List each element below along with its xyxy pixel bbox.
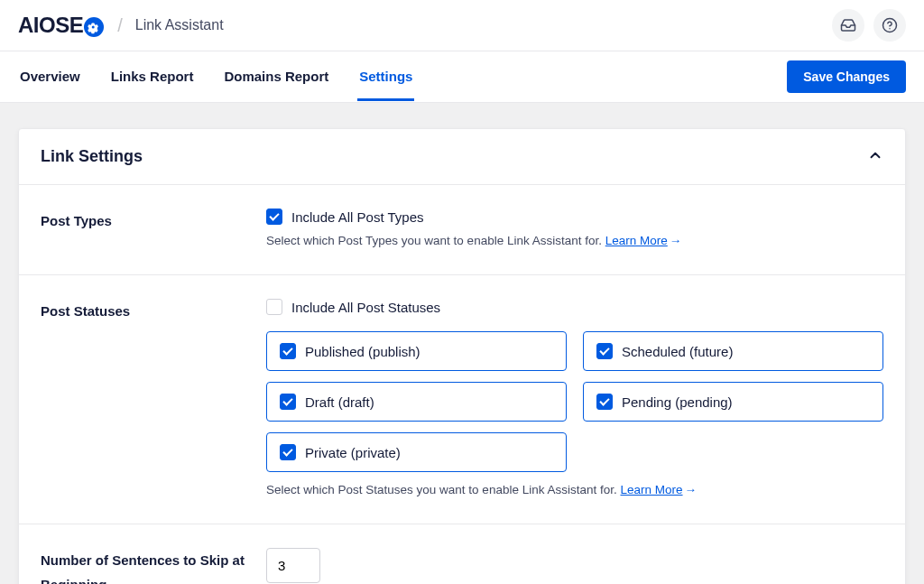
sentences-skip-label: Number of Sentences to Skip at Beginning [41, 548, 248, 584]
status-scheduled[interactable]: Scheduled (future) [583, 331, 883, 371]
section-post-statuses: Post Statuses Include All Post Statuses … [19, 275, 905, 524]
post-types-label: Post Types [41, 209, 248, 247]
topbar: AIOSE / Link Assistant [0, 0, 924, 51]
status-scheduled-checkbox[interactable] [596, 343, 613, 359]
include-all-post-statuses-label: Include All Post Statuses [291, 300, 440, 315]
section-sentences-skip: Number of Sentences to Skip at Beginning… [19, 524, 905, 584]
logo-text-dark: AIOSE [18, 13, 83, 38]
status-private-label: Private (private) [305, 445, 401, 460]
post-types-help: Select which Post Types you want to enab… [266, 234, 883, 247]
topbar-right [832, 9, 906, 42]
card-title: Link Settings [41, 147, 143, 166]
status-grid: Published (publish) Scheduled (future) D… [266, 331, 883, 472]
post-types-body: Include All Post Types Select which Post… [266, 209, 883, 247]
settings-card: Link Settings Post Types Include All Pos… [18, 128, 906, 584]
include-all-post-statuses-row: Include All Post Statuses [266, 299, 883, 315]
include-all-post-statuses-checkbox[interactable] [266, 299, 282, 315]
content: Link Settings Post Types Include All Pos… [0, 103, 924, 584]
save-button[interactable]: Save Changes [787, 60, 906, 93]
include-all-post-types-label: Include All Post Types [291, 209, 423, 225]
post-statuses-label: Post Statuses [41, 299, 248, 496]
tab-links-report[interactable]: Links Report [109, 52, 196, 101]
tab-domains-report[interactable]: Domains Report [222, 52, 330, 101]
sentences-skip-input[interactable] [266, 548, 320, 583]
card-header: Link Settings [19, 129, 905, 185]
post-types-help-text: Select which Post Types you want to enab… [266, 234, 602, 247]
status-private-checkbox[interactable] [280, 444, 296, 460]
section-post-types: Post Types Include All Post Types Select… [19, 185, 905, 275]
status-pending[interactable]: Pending (pending) [583, 382, 883, 422]
inbox-icon [840, 17, 856, 33]
chevron-up-icon [867, 147, 883, 163]
collapse-toggle[interactable] [867, 147, 883, 166]
status-pending-label: Pending (pending) [622, 394, 733, 410]
page-title: Link Assistant [135, 17, 224, 33]
post-statuses-body: Include All Post Statuses Published (pub… [266, 299, 883, 496]
post-statuses-help: Select which Post Statuses you want to e… [266, 483, 883, 496]
tab-overview[interactable]: Overview [18, 52, 82, 101]
svg-point-0 [84, 17, 104, 37]
topbar-left: AIOSE / Link Assistant [18, 13, 224, 38]
tab-settings[interactable]: Settings [357, 52, 414, 101]
status-published-label: Published (publish) [305, 344, 420, 359]
help-icon [882, 17, 898, 33]
include-all-post-types-checkbox[interactable] [266, 209, 282, 225]
status-draft[interactable]: Draft (draft) [266, 382, 567, 422]
status-draft-label: Draft (draft) [305, 394, 374, 410]
status-published-checkbox[interactable] [280, 343, 296, 359]
status-published[interactable]: Published (publish) [266, 331, 567, 371]
breadcrumb-divider: / [117, 15, 123, 36]
status-private[interactable]: Private (private) [266, 432, 567, 472]
include-all-post-types-row: Include All Post Types [266, 209, 883, 225]
logo: AIOSE [18, 13, 105, 38]
status-pending-checkbox[interactable] [596, 394, 613, 410]
help-button[interactable] [873, 9, 906, 42]
inbox-button[interactable] [832, 9, 864, 42]
post-types-learn-more-link[interactable]: Learn More [605, 234, 682, 247]
logo-gear [83, 13, 105, 38]
post-statuses-help-text: Select which Post Statuses you want to e… [266, 483, 617, 496]
status-draft-checkbox[interactable] [280, 394, 296, 410]
status-scheduled-label: Scheduled (future) [622, 344, 733, 359]
sentences-skip-body: The amount of sentences at the beginning… [266, 548, 883, 584]
tabbar: Overview Links Report Domains Report Set… [0, 51, 924, 103]
post-statuses-learn-more-link[interactable]: Learn More [620, 483, 697, 496]
tabs: Overview Links Report Domains Report Set… [18, 52, 414, 101]
